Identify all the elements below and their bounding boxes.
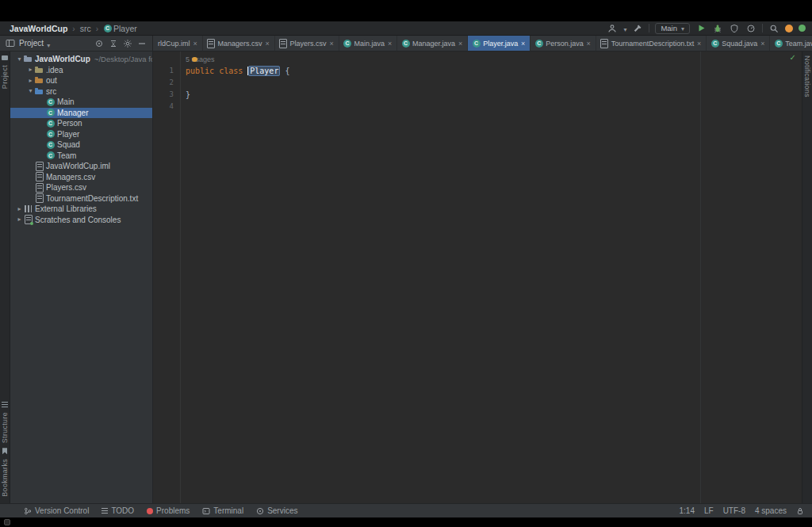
coverage-button[interactable] [729,23,740,34]
user-avatar[interactable] [799,25,806,32]
tree-item[interactable]: External Libraries [10,204,152,215]
code-line-4 [186,101,802,113]
tree-item[interactable]: out [10,75,152,86]
build-hammer-icon[interactable] [632,23,643,34]
editor-gutter: 1 2 3 4 [153,52,181,503]
user-menu-icon[interactable] [607,23,618,34]
tab-close-icon[interactable] [265,40,270,48]
file-icon [774,39,783,48]
editor-tab[interactable]: Manager.java [397,36,468,51]
editor-tab[interactable]: Team.java [770,36,812,51]
tree-chevron-icon[interactable] [26,67,35,73]
editor-tab[interactable]: rldCup.iml [153,36,203,51]
debug-button[interactable] [712,23,723,34]
search-everywhere-icon[interactable] [768,23,779,34]
tree-item[interactable]: Manager [10,108,152,119]
tree-chevron-icon[interactable] [26,78,35,84]
usages-inlay-hint[interactable]: 5 usages [186,55,215,63]
encoding-widget[interactable]: UTF-8 [723,506,745,515]
editor-tab[interactable]: Person.java [530,36,596,51]
tree-item[interactable]: Team [10,151,152,162]
code-area[interactable]: 5 usages public class Player { } [181,52,802,503]
tree-item[interactable]: Squad [10,139,152,151]
profiler-button[interactable] [745,23,756,34]
breadcrumb-file[interactable]: Player [113,24,137,33]
settings-update-icon[interactable] [785,25,793,32]
collapse-all-button[interactable] [108,38,119,49]
breadcrumb-separator [69,24,78,33]
tree-chevron-icon[interactable] [15,206,24,212]
stripe-notifications-label[interactable]: Notifications [803,55,811,97]
status-todo-widget[interactable]: TODO [102,506,134,515]
status-version-control-widget[interactable]: Version Control [24,506,89,515]
tab-close-icon[interactable] [387,40,393,48]
panel-settings-button[interactable] [122,38,133,49]
locate-file-button[interactable] [94,38,105,49]
editor-tab[interactable]: Managers.csv [203,36,275,51]
tab-close-icon[interactable] [520,40,526,48]
tree-item-icon [35,66,44,74]
tree-item-icon [24,204,33,213]
stripe-structure-label[interactable]: Structure [1,412,9,443]
titlebar: JavaWorldCup src Player Main [0,21,812,36]
stripe-bookmarks-label[interactable]: Bookmarks [1,459,9,497]
tree-item-icon [35,173,44,181]
hide-panel-button[interactable] [136,38,147,49]
line-ending-widget[interactable]: LF [704,506,714,515]
keyword-token: public class [186,67,243,75]
file-icon [600,39,609,48]
editor-tabs: rldCup.iml Managers.csv Players.csv Main… [153,36,812,51]
project-view-selector[interactable]: Project [19,39,44,48]
tree-chevron-icon[interactable] [26,88,35,94]
stripe-bottom-group: Structure Bookmarks [1,402,9,497]
tree-item-icon [35,76,44,85]
breadcrumb-project[interactable]: JavaWorldCup [10,24,67,33]
tab-close-icon[interactable] [586,40,592,48]
breadcrumb-folder[interactable]: src [80,24,91,33]
status-services-widget[interactable]: Services [256,506,297,515]
tree-item[interactable]: JavaWorldCup.iml [10,161,152,172]
intention-bulb-icon[interactable] [192,57,197,63]
editor[interactable]: 1 2 3 4 5 usages public class Player { } [153,52,802,503]
tab-close-icon[interactable] [458,40,463,48]
tree-item-icon [35,162,44,170]
inspections-ok-icon[interactable] [790,54,796,62]
editor-tab[interactable]: Player.java [468,36,530,51]
editor-tab[interactable]: Squad.java [707,36,770,51]
status-problems-widget[interactable]: Problems [147,506,190,515]
tree-item[interactable]: Player [10,129,152,140]
status-terminal-widget[interactable]: Terminal [202,506,243,515]
tab-close-icon[interactable] [760,40,765,48]
tree-item[interactable]: Person [10,118,152,129]
caret-position-widget[interactable]: 1:14 [679,506,694,515]
tree-item-icon [46,140,55,149]
project-panel-header: Project [0,36,153,51]
tree-item[interactable]: src [10,86,152,97]
bookmarks-stripe-icon[interactable] [2,448,7,454]
tree-item[interactable]: TournamentDescription.txt [10,193,152,204]
editor-tab[interactable]: TournamentDescription.txt [596,36,707,51]
editor-tab[interactable]: Players.csv [275,36,339,51]
tree-item[interactable]: Players.csv [10,182,152,193]
tree-item[interactable]: Scratches and Consoles [10,215,152,226]
structure-stripe-icon[interactable] [2,402,8,407]
run-button[interactable] [695,23,707,34]
main-body: Project Structure Bookmarks JavaWorldCup… [0,52,812,503]
tab-close-icon[interactable] [329,40,335,48]
services-icon [256,507,264,515]
tab-close-icon[interactable] [193,40,198,48]
tree-item[interactable]: JavaWorldCup ~/Desktop/Java for i [10,54,152,65]
project-stripe-icon[interactable] [2,55,8,60]
tree-item-icon [35,183,44,192]
tree-item[interactable]: .idea [10,65,152,76]
run-config-select[interactable]: Main [655,23,690,34]
stripe-project-label[interactable]: Project [1,65,9,89]
editor-tab[interactable]: Main.java [339,36,398,51]
indent-widget[interactable]: 4 spaces [755,506,787,515]
tree-item[interactable]: Main [10,97,152,108]
readonly-lock-icon[interactable] [796,507,804,515]
tree-item[interactable]: Managers.csv [10,172,152,183]
tree-chevron-icon[interactable] [15,216,24,223]
tab-close-icon[interactable] [696,40,702,48]
tree-chevron-icon[interactable] [15,56,24,63]
